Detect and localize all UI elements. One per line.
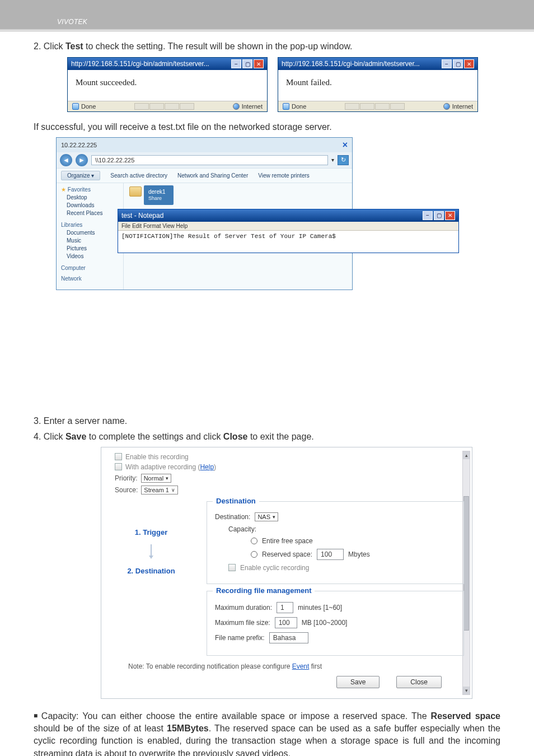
max-size-input[interactable]: 100 <box>275 617 297 628</box>
globe-icon <box>443 103 450 110</box>
minimize-icon[interactable]: − <box>231 59 241 68</box>
popup-titlebar: http://192.168.5.151/cgi-bin/admin/tests… <box>68 58 267 70</box>
checkbox-adaptive[interactable] <box>115 463 122 470</box>
note-text: Note: To enable recording notification p… <box>128 662 458 670</box>
help-link[interactable]: Help <box>200 463 214 471</box>
notepad-body[interactable]: [NOTIFICATION]The Result of Server Test … <box>118 230 458 253</box>
popup-body-fail: Mount failed. <box>278 70 477 101</box>
notepad-menu[interactable]: File Edit Format View Help <box>118 222 458 230</box>
toolbar-search[interactable]: Search active directory <box>110 172 167 179</box>
go-icon[interactable]: ↻ <box>338 155 349 165</box>
back-icon[interactable]: ◄ <box>60 154 72 166</box>
step-3: 3. Enter a server name. <box>34 415 500 427</box>
maximize-icon[interactable]: ▢ <box>242 59 252 68</box>
separator <box>0 29 534 30</box>
close-button[interactable]: Close <box>396 676 442 688</box>
sidebar-item[interactable]: Pictures <box>61 245 119 253</box>
globe-icon <box>233 103 240 110</box>
radio-reserved[interactable] <box>251 551 257 558</box>
sidebar-item[interactable]: Videos <box>61 253 119 260</box>
reserved-input[interactable]: 100 <box>317 549 344 560</box>
radio-entire[interactable] <box>251 538 257 544</box>
popup-statusbar: Done Internet <box>278 101 477 111</box>
wizard-step-1[interactable]: 1. Trigger <box>109 528 193 536</box>
organize-button[interactable]: Organize ▾ <box>61 171 100 180</box>
success-text: If successful, you will receive a test.t… <box>34 121 500 133</box>
maximize-icon[interactable]: ▢ <box>453 59 463 68</box>
recording-settings-panel: ▴ ▾ Enable this recording With adaptive … <box>101 447 472 699</box>
source-select[interactable]: Stream 1∨ <box>141 486 178 494</box>
notepad-title: test - Notepad <box>121 212 163 220</box>
sidebar-item[interactable]: Recent Places <box>61 209 119 217</box>
bullet-capacity: ■Capacity: You can either choose the ent… <box>34 710 500 756</box>
save-button[interactable]: Save <box>336 676 380 688</box>
ie-icon <box>72 103 79 110</box>
prefix-input[interactable]: Bahasa <box>269 632 308 643</box>
sidebar-item[interactable]: Documents <box>61 229 119 237</box>
ie-icon <box>283 103 289 110</box>
checkbox-cyclic[interactable] <box>228 564 236 571</box>
step-4: 4. Click Save to complete the settings a… <box>34 431 500 443</box>
max-duration-input[interactable]: 1 <box>277 602 293 613</box>
file-management-group: Recording file management Maximum durati… <box>207 591 464 656</box>
explorer-toolbar: Organize ▾ Search active directory Netwo… <box>57 168 352 183</box>
folder-icon <box>129 186 142 197</box>
forward-icon[interactable]: ► <box>76 154 88 166</box>
explorer-sidebar: ★ Favorites Desktop Downloads Recent Pla… <box>57 183 124 290</box>
popup-title-text: http://192.168.5.151/cgi-bin/admin/tests… <box>282 60 420 68</box>
destination-select[interactable]: NAS▾ <box>255 512 278 521</box>
sidebar-item[interactable]: Desktop <box>61 194 119 202</box>
minimize-icon[interactable]: − <box>423 211 433 220</box>
scroll-up-icon[interactable]: ▴ <box>463 451 470 459</box>
scroll-thumb[interactable] <box>463 496 469 631</box>
destination-group: Destination Destination: NAS▾ Capacity: … <box>207 501 464 584</box>
share-tile[interactable]: derek1 Share <box>144 185 174 205</box>
brand-text: VIVOTEK <box>57 18 87 26</box>
close-icon[interactable]: ✕ <box>445 211 455 220</box>
close-icon[interactable]: ✕ <box>254 59 264 68</box>
page-header: VIVOTEK <box>0 0 534 29</box>
popup-title-text: http://192.168.5.151/cgi-bin/admin/tests… <box>71 60 209 68</box>
sidebar-item[interactable]: Music <box>61 237 119 245</box>
group-title: Recording file management <box>213 586 315 595</box>
checkbox-enable-recording[interactable] <box>115 453 122 460</box>
toolbar-network[interactable]: Network and Sharing Center <box>177 172 248 179</box>
popup-success: http://192.168.5.151/cgi-bin/admin/tests… <box>67 57 268 112</box>
address-bar[interactable]: \\10.22.22.225 <box>91 155 328 165</box>
popup-statusbar: Done Internet <box>68 101 267 111</box>
priority-select[interactable]: Normal▾ <box>141 474 171 483</box>
event-link[interactable]: Event <box>292 662 310 670</box>
popup-fail: http://192.168.5.151/cgi-bin/admin/tests… <box>278 57 478 112</box>
wizard-step-2[interactable]: 2. Destination <box>109 567 193 575</box>
explorer-title: 10.22.22.225 <box>61 142 97 148</box>
scroll-down-icon[interactable]: ▾ <box>463 687 470 694</box>
maximize-icon[interactable]: ▢ <box>434 211 444 220</box>
toolbar-printers[interactable]: View remote printers <box>258 172 310 179</box>
close-icon[interactable]: ✕ <box>464 59 474 68</box>
minimize-icon[interactable]: − <box>442 59 452 68</box>
close-icon[interactable]: × <box>343 140 348 150</box>
popup-body-success: Mount succeeded. <box>68 70 267 101</box>
sidebar-item[interactable]: Downloads <box>61 202 119 209</box>
group-title: Destination <box>213 497 259 505</box>
popup-titlebar: http://192.168.5.151/cgi-bin/admin/tests… <box>278 58 477 70</box>
step-2: 2. Click Test to check the setting. The … <box>34 40 500 53</box>
notepad-window: test - Notepad − ▢ ✕ File Edit Format Vi… <box>118 209 459 253</box>
